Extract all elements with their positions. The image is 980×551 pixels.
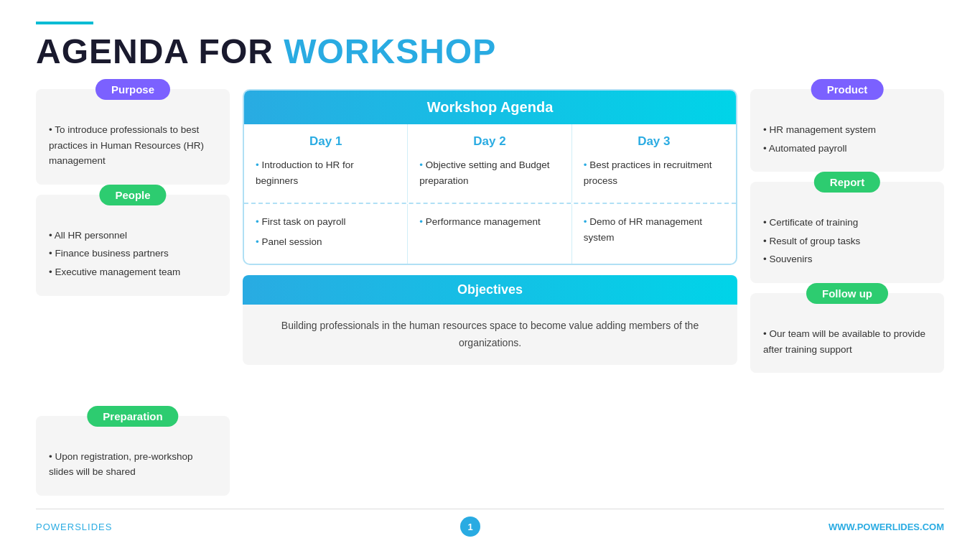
list-item: To introduce professionals to best pract… bbox=[49, 122, 217, 169]
objectives-header: Objectives bbox=[243, 275, 737, 305]
day1-title: Day 1 bbox=[256, 134, 396, 149]
people-label: People bbox=[99, 185, 166, 205]
brand-name: POWERSLIDES bbox=[36, 522, 112, 532]
page-title: AGENDA FOR WORKSHOP bbox=[36, 32, 944, 71]
list-item: All HR personnel bbox=[49, 228, 217, 244]
list-item: Introduction to HR for beginners bbox=[256, 157, 396, 188]
list-item: Finance business partners bbox=[49, 246, 217, 261]
followup-label: Follow up bbox=[806, 283, 888, 304]
center-column: Workshop Agenda Day 1 Introduction to HR… bbox=[243, 89, 737, 406]
list-item: Best practices in recruitment process bbox=[584, 157, 724, 188]
report-label: Report bbox=[814, 172, 880, 193]
product-body: HR management system Automated payroll bbox=[763, 122, 931, 156]
preparation-card: Preparation Upon registration, pre-works… bbox=[36, 416, 230, 496]
preparation-body: Upon registration, pre-workshop slides w… bbox=[49, 449, 217, 480]
product-list: HR management system Automated payroll bbox=[763, 122, 931, 156]
list-item: Executive management team bbox=[49, 264, 217, 280]
report-list: Certificate of training Result of group … bbox=[763, 215, 931, 267]
day3-top: Day 3 Best practices in recruitment proc… bbox=[572, 124, 736, 203]
day3-top-list: Best practices in recruitment process bbox=[584, 157, 724, 188]
agenda-days-bottom: First task on payroll Panel session Perf… bbox=[244, 204, 736, 264]
preparation-label: Preparation bbox=[87, 406, 178, 427]
footer: POWERSLIDES 1 WWW.POWERLIDES.COM bbox=[36, 509, 944, 537]
title-highlight: WORKSHOP bbox=[284, 32, 496, 70]
followup-card: Follow up Our team will be available to … bbox=[750, 293, 944, 373]
people-list: All HR personnel Finance business partne… bbox=[49, 228, 217, 280]
day2-bottom-list: Performance management bbox=[419, 214, 559, 230]
followup-list: Our team will be available to provide af… bbox=[763, 326, 931, 357]
website: WWW.POWERLIDES.COM bbox=[829, 522, 944, 532]
agenda-header: Workshop Agenda bbox=[244, 91, 736, 124]
report-card: Report Certificate of training Result of… bbox=[750, 182, 944, 283]
objectives-body: Building professionals in the human reso… bbox=[243, 305, 737, 365]
list-item: Automated payroll bbox=[763, 141, 931, 157]
top-accent-line bbox=[36, 22, 93, 24]
left-column: Purpose To introduce professionals to be… bbox=[36, 89, 230, 406]
list-item: Our team will be available to provide af… bbox=[763, 326, 931, 357]
report-body: Certificate of training Result of group … bbox=[763, 215, 931, 267]
title-prefix: AGENDA FOR bbox=[36, 32, 284, 70]
list-item: Certificate of training bbox=[763, 215, 931, 231]
right-column: Product HR management system Automated p… bbox=[750, 89, 944, 406]
product-card: Product HR management system Automated p… bbox=[750, 89, 944, 172]
day2-top: Day 2 Objective setting and Budget prepa… bbox=[408, 124, 571, 203]
preparation-wrapper: Preparation Upon registration, pre-works… bbox=[36, 416, 230, 496]
brand-suffix: SLIDES bbox=[75, 522, 112, 532]
day1-bottom: First task on payroll Panel session bbox=[244, 204, 408, 264]
list-item: HR management system bbox=[763, 122, 931, 138]
agenda-box: Workshop Agenda Day 1 Introduction to HR… bbox=[243, 89, 737, 265]
product-label: Product bbox=[811, 79, 884, 100]
purpose-label: Purpose bbox=[95, 79, 170, 100]
agenda-days-top: Day 1 Introduction to HR for beginners D… bbox=[244, 124, 736, 203]
day3-title: Day 3 bbox=[584, 134, 724, 149]
bottom-row: Preparation Upon registration, pre-works… bbox=[36, 416, 944, 496]
day2-bottom: Performance management bbox=[408, 204, 571, 264]
purpose-list: To introduce professionals to best pract… bbox=[49, 122, 217, 169]
day1-bottom-list: First task on payroll Panel session bbox=[256, 214, 396, 249]
purpose-body: To introduce professionals to best pract… bbox=[49, 122, 217, 169]
bottom-center-spacer bbox=[243, 416, 737, 496]
list-item: Objective setting and Budget preparation bbox=[419, 157, 559, 188]
day2-top-list: Objective setting and Budget preparation bbox=[419, 157, 559, 188]
purpose-card: Purpose To introduce professionals to be… bbox=[36, 89, 230, 185]
slide: AGENDA FOR WORKSHOP Purpose To introduce… bbox=[0, 0, 980, 551]
day3-bottom-list: Demo of HR management system bbox=[584, 214, 724, 245]
preparation-list: Upon registration, pre-workshop slides w… bbox=[49, 449, 217, 480]
main-content: Purpose To introduce professionals to be… bbox=[36, 89, 944, 406]
people-card: People All HR personnel Finance business… bbox=[36, 195, 230, 296]
list-item: Performance management bbox=[419, 214, 559, 230]
page-number: 1 bbox=[460, 517, 480, 537]
followup-body: Our team will be available to provide af… bbox=[763, 326, 931, 357]
brand-prefix: POWER bbox=[36, 522, 75, 532]
list-item: Panel session bbox=[256, 234, 396, 250]
people-body: All HR personnel Finance business partne… bbox=[49, 228, 217, 280]
day3-bottom: Demo of HR management system bbox=[572, 204, 736, 264]
list-item: Demo of HR management system bbox=[584, 214, 724, 245]
objectives-box: Objectives Building professionals in the… bbox=[243, 275, 737, 365]
list-item: First task on payroll bbox=[256, 214, 396, 230]
list-item: Result of group tasks bbox=[763, 233, 931, 249]
day1-top-list: Introduction to HR for beginners bbox=[256, 157, 396, 188]
right-bottom-spacer bbox=[750, 416, 944, 496]
day2-title: Day 2 bbox=[419, 134, 559, 149]
list-item: Upon registration, pre-workshop slides w… bbox=[49, 449, 217, 480]
day1-top: Day 1 Introduction to HR for beginners bbox=[244, 124, 408, 203]
list-item: Souvenirs bbox=[763, 251, 931, 267]
